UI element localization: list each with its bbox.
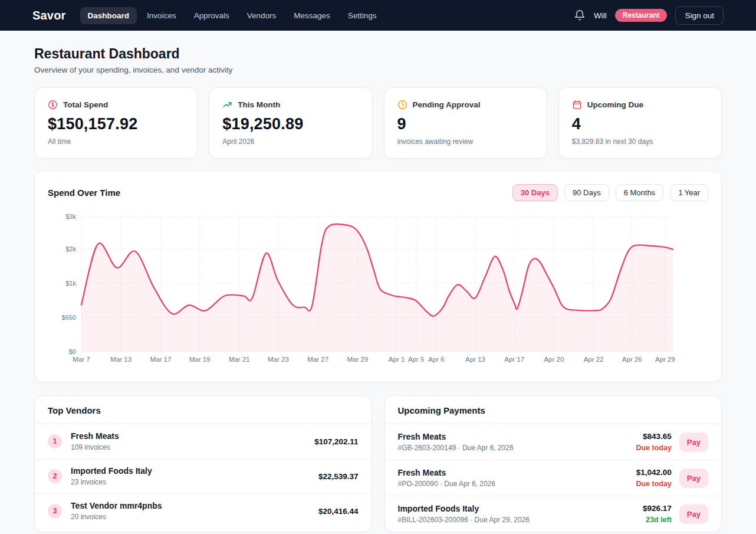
- nav-item-dashboard[interactable]: Dashboard: [80, 7, 137, 24]
- stat-caption: All time: [48, 137, 184, 146]
- nav-item-invoices[interactable]: Invoices: [139, 7, 184, 24]
- vendor-name: Fresh Meats: [71, 431, 314, 441]
- spend-chart-svg: $0$650$1k$2k$3kMar 7Mar 13Mar 17Mar 19Ma…: [35, 171, 686, 383]
- stat-card-this-month: This Month $19,250.89 April 2026: [209, 87, 372, 159]
- stat-card-pending-approval: Pending Approval 9 invoices awaiting rev…: [384, 87, 547, 159]
- svg-text:$2k: $2k: [65, 245, 76, 253]
- stat-label: Pending Approval: [413, 100, 481, 109]
- dollar-circle-icon: [48, 100, 58, 110]
- svg-text:Apr 20: Apr 20: [544, 356, 564, 363]
- stat-value: 4: [572, 115, 708, 133]
- stat-label: Total Spend: [63, 100, 108, 109]
- upcoming-payments-title: Upcoming Payments: [385, 396, 722, 424]
- calendar-icon: [572, 100, 582, 110]
- stat-card-total-spend: Total Spend $150,157.92 All time: [34, 87, 198, 159]
- top-navbar: Savor Dashboard Invoices Approvals Vendo…: [0, 0, 756, 31]
- rank-badge: 2: [48, 469, 62, 483]
- svg-text:Apr 17: Apr 17: [504, 356, 524, 363]
- bell-icon[interactable]: [574, 9, 586, 21]
- payment-status: 23d left: [643, 516, 672, 524]
- payment-detail: #GB-2603-200149 · Due Apr 6, 2026: [398, 444, 636, 452]
- page-title: Restaurant Dashboard: [34, 46, 722, 62]
- stat-label: This Month: [238, 100, 280, 109]
- stat-value: $19,250.89: [222, 115, 359, 133]
- payment-amount: $1,042.00: [636, 468, 671, 477]
- vendor-name: Test Vendor mmr4pnbs: [71, 501, 318, 510]
- vendor-invoice-count: 20 invoices: [71, 513, 318, 521]
- svg-text:Apr 22: Apr 22: [584, 356, 604, 363]
- vendor-name: Imported Foods Italy: [71, 466, 318, 476]
- vendor-amount: $107,202.11: [314, 437, 358, 446]
- stat-caption: invoices awaiting review: [397, 137, 534, 146]
- payment-status: Due today: [636, 444, 671, 452]
- nav-right-group: Will Restaurant Sign out: [574, 6, 724, 25]
- vendor-invoice-count: 109 invoices: [71, 443, 314, 451]
- clock-icon: [397, 100, 407, 110]
- svg-text:Apr 26: Apr 26: [622, 356, 642, 363]
- payment-amount: $926.17: [643, 504, 672, 513]
- svg-text:Apr 5: Apr 5: [408, 356, 425, 363]
- nav-item-approvals[interactable]: Approvals: [186, 7, 237, 24]
- dashboard-main: Restaurant Dashboard Overview of your sp…: [0, 46, 756, 532]
- stat-caption: $3,829.83 in next 30 days: [572, 137, 708, 146]
- user-name: Will: [594, 11, 607, 20]
- payment-vendor-name: Fresh Meats: [398, 432, 636, 441]
- top-vendors-card: Top Vendors 1 Fresh Meats 109 invoices $…: [34, 395, 372, 532]
- svg-text:Mar 17: Mar 17: [150, 356, 172, 363]
- trending-up-icon: [222, 100, 232, 110]
- rank-badge: 1: [48, 434, 62, 448]
- svg-text:Mar 23: Mar 23: [268, 356, 289, 363]
- svg-text:Apr 1: Apr 1: [389, 356, 405, 363]
- vendor-row: 3 Test Vendor mmr4pnbs 20 invoices $20,4…: [35, 493, 372, 528]
- nav-item-settings[interactable]: Settings: [340, 7, 384, 24]
- svg-text:$1k: $1k: [65, 280, 76, 287]
- svg-text:$650: $650: [62, 314, 76, 321]
- main-menu: Dashboard Invoices Approvals Vendors Mes…: [80, 7, 574, 24]
- payment-detail: #PO-200090 · Due Apr 6, 2026: [398, 480, 636, 488]
- vendor-row: 1 Fresh Meats 109 invoices $107,202.11: [35, 424, 372, 458]
- svg-text:Mar 21: Mar 21: [229, 356, 250, 363]
- brand-logo: Savor: [32, 9, 66, 22]
- payment-vendor-name: Fresh Meats: [398, 468, 636, 477]
- svg-text:Mar 13: Mar 13: [110, 356, 132, 363]
- payment-vendor-name: Imported Foods Italy: [398, 504, 643, 513]
- stat-value: 9: [397, 115, 534, 133]
- vendor-invoice-count: 23 invoices: [71, 478, 318, 486]
- stat-cards-row: Total Spend $150,157.92 All time This Mo…: [34, 87, 722, 159]
- svg-text:Mar 7: Mar 7: [73, 356, 90, 363]
- stat-label: Upcoming Due: [587, 100, 643, 109]
- payment-status: Due today: [636, 480, 671, 488]
- pay-button[interactable]: Pay: [679, 504, 708, 524]
- stat-caption: April 2026: [222, 137, 359, 146]
- svg-text:Apr 6: Apr 6: [428, 356, 445, 363]
- sign-out-button[interactable]: Sign out: [675, 6, 724, 25]
- rank-badge: 3: [48, 504, 62, 518]
- payment-row: Imported Foods Italy #BILL-202603-200096…: [385, 496, 722, 532]
- vendor-amount: $20,416.44: [318, 507, 359, 516]
- top-vendors-title: Top Vendors: [35, 396, 372, 424]
- svg-text:Mar 29: Mar 29: [347, 356, 369, 363]
- stat-card-upcoming-due: Upcoming Due 4 $3,829.83 in next 30 days: [558, 87, 722, 159]
- svg-text:Apr 29: Apr 29: [655, 356, 675, 363]
- vendor-row: 2 Imported Foods Italy 23 invoices $22,5…: [35, 458, 372, 493]
- page-subtitle: Overview of your spending, invoices, and…: [34, 65, 722, 74]
- pay-button[interactable]: Pay: [679, 433, 708, 452]
- bottom-panels: Top Vendors 1 Fresh Meats 109 invoices $…: [34, 395, 722, 532]
- pay-button[interactable]: Pay: [679, 469, 708, 488]
- svg-text:Apr 13: Apr 13: [465, 356, 485, 363]
- upcoming-payments-card: Upcoming Payments Fresh Meats #GB-2603-2…: [384, 395, 722, 532]
- payment-row: Fresh Meats #GB-2603-200149 · Due Apr 6,…: [385, 424, 722, 460]
- payment-detail: #BILL-202603-200096 · Due Apr 29, 2026: [398, 516, 643, 524]
- svg-text:Mar 27: Mar 27: [307, 356, 328, 363]
- spend-over-time-card: Spend Over Time 30 Days 90 Days 6 Months…: [34, 171, 722, 382]
- stat-value: $150,157.92: [48, 115, 184, 133]
- nav-item-vendors[interactable]: Vendors: [239, 7, 284, 24]
- svg-text:Mar 19: Mar 19: [189, 356, 211, 363]
- role-badge: Restaurant: [615, 9, 668, 22]
- vendor-amount: $22,539.37: [318, 472, 359, 481]
- payment-amount: $843.65: [636, 432, 671, 441]
- svg-text:$0: $0: [69, 348, 76, 355]
- svg-text:$3k: $3k: [65, 213, 76, 220]
- payment-row: Fresh Meats #PO-200090 · Due Apr 6, 2026…: [385, 460, 722, 496]
- nav-item-messages[interactable]: Messages: [286, 7, 338, 24]
